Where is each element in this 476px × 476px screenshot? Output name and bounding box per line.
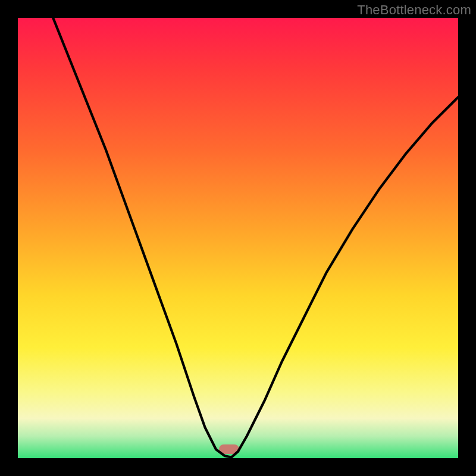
watermark-text: TheBottleneck.com xyxy=(357,2,471,18)
chart-frame: TheBottleneck.com xyxy=(0,0,476,476)
plot-area xyxy=(18,18,458,458)
bottleneck-curve xyxy=(18,18,458,458)
optimal-marker xyxy=(219,444,239,454)
